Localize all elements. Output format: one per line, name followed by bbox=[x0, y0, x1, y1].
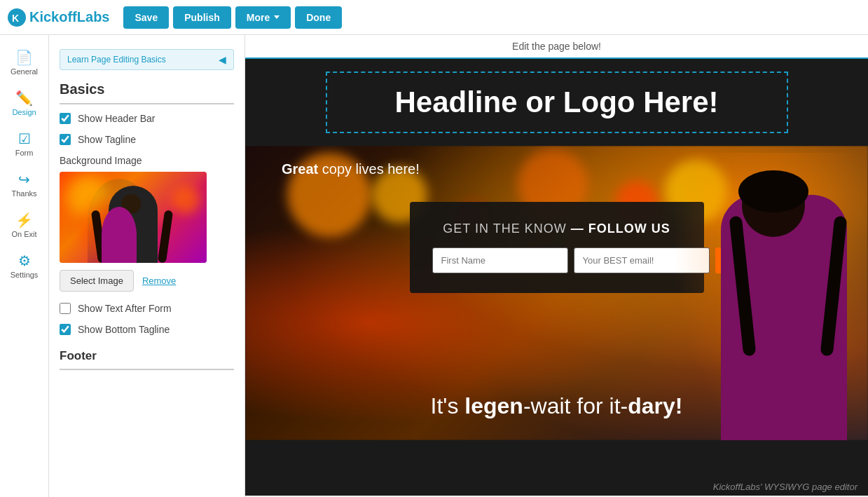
bottom-tagline-bold2: dary! bbox=[628, 393, 682, 418]
header-title[interactable]: Headline or Logo Here! bbox=[394, 86, 718, 118]
logo-text: KickoffLabs bbox=[29, 9, 109, 25]
basics-heading: Basics bbox=[60, 81, 234, 104]
sidebar-label-settings: Settings bbox=[11, 271, 39, 279]
form-title: GET IN THE KNOW — FOLLOW US bbox=[432, 222, 682, 236]
bottom-tagline: It's legen-wait for it-dary! bbox=[245, 393, 868, 419]
on-exit-icon: ⚡ bbox=[15, 212, 33, 229]
bottom-tagline-part2: -wait for it- bbox=[523, 393, 628, 418]
hero-copy-text: copy lives here! bbox=[322, 161, 420, 177]
background-image-section: Background Image Select Image Remove bbox=[60, 155, 234, 292]
checkbox-row-show-text-after-form: Show Text After Form bbox=[60, 303, 234, 314]
settings-icon: ⚙ bbox=[18, 252, 31, 269]
page-preview: Headline or Logo Here! Great copy liv bbox=[245, 59, 868, 496]
more-label: More bbox=[247, 12, 270, 23]
form-icon: ☑ bbox=[18, 130, 31, 147]
sidebar-label-design: Design bbox=[12, 108, 36, 116]
publish-button[interactable]: Publish bbox=[173, 6, 231, 29]
done-button[interactable]: Done bbox=[295, 6, 342, 29]
header-dashed-border: Headline or Logo Here! bbox=[326, 72, 788, 133]
show-text-after-form-checkbox[interactable] bbox=[60, 303, 71, 314]
more-button[interactable]: More bbox=[235, 6, 291, 29]
sidebar-item-thanks[interactable]: ↪ Thanks bbox=[0, 164, 48, 205]
footer-watermark: KickoffLabs' WYSIWYG page editor bbox=[713, 482, 857, 492]
hero-copy-strong: Great bbox=[282, 161, 318, 177]
page-header[interactable]: Headline or Logo Here! bbox=[245, 59, 868, 146]
sidebar-item-settings[interactable]: ⚙ Settings bbox=[0, 245, 48, 286]
form-title-bold: — FOLLOW US bbox=[571, 222, 670, 236]
form-fields: Sign up! bbox=[432, 247, 682, 273]
help-toggle-icon[interactable]: ◀ bbox=[219, 54, 226, 65]
sidebar-label-on-exit: On Exit bbox=[11, 230, 36, 238]
show-bottom-tagline-checkbox[interactable] bbox=[60, 324, 71, 335]
form-first-name-input[interactable] bbox=[432, 247, 568, 273]
checkbox-row-show-bottom-tagline: Show Bottom Tagline bbox=[60, 324, 234, 335]
show-header-bar-label[interactable]: Show Header Bar bbox=[78, 113, 156, 124]
select-image-button[interactable]: Select Image bbox=[60, 270, 134, 292]
bottom-tagline-bold1: legen bbox=[464, 393, 523, 418]
remove-image-button[interactable]: Remove bbox=[142, 275, 176, 286]
checkbox-row-show-header-bar: Show Header Bar bbox=[60, 113, 234, 124]
footer-heading: Footer bbox=[60, 349, 234, 370]
checkbox-row-show-tagline: Show Tagline bbox=[60, 134, 234, 145]
save-button[interactable]: Save bbox=[123, 6, 169, 29]
sidebar-icons: 📄 General ✏️ Design ☑ Form ↪ Thanks ⚡ On… bbox=[0, 35, 49, 497]
general-icon: 📄 bbox=[15, 49, 33, 66]
sidebar-item-form[interactable]: ☑ Form bbox=[0, 123, 48, 164]
chevron-down-icon bbox=[274, 15, 280, 19]
design-icon: ✏️ bbox=[15, 90, 33, 107]
sidebar-label-general: General bbox=[11, 67, 38, 76]
form-title-normal: GET IN THE KNOW bbox=[443, 222, 566, 236]
help-link[interactable]: Learn Page Editing Basics bbox=[67, 55, 166, 64]
hero-copy: Great copy lives here! bbox=[282, 161, 420, 177]
hero-section: Great copy lives here! GET IN THE KNOW —… bbox=[245, 146, 868, 440]
image-buttons: Select Image Remove bbox=[60, 270, 234, 292]
edit-hint: Edit the page below! bbox=[245, 35, 868, 59]
bottom-tagline-part1: It's bbox=[431, 393, 465, 418]
sidebar-item-on-exit[interactable]: ⚡ On Exit bbox=[0, 205, 48, 245]
top-bar: K KickoffLabs Save Publish More Done bbox=[0, 0, 868, 35]
main-layout: 📄 General ✏️ Design ☑ Form ↪ Thanks ⚡ On… bbox=[0, 35, 868, 497]
background-image-label: Background Image bbox=[60, 155, 234, 166]
show-header-bar-checkbox[interactable] bbox=[60, 113, 71, 124]
show-bottom-tagline-label[interactable]: Show Bottom Tagline bbox=[78, 324, 170, 335]
form-box: GET IN THE KNOW — FOLLOW US Sign up! bbox=[410, 202, 704, 293]
thanks-icon: ↪ bbox=[18, 171, 30, 188]
sidebar-label-form: Form bbox=[15, 149, 34, 157]
preview-area: Edit the page below! Headline or Logo He… bbox=[245, 35, 868, 497]
show-tagline-label[interactable]: Show Tagline bbox=[78, 134, 136, 145]
background-image-thumbnail bbox=[60, 172, 207, 263]
help-bar: Learn Page Editing Basics ◀ bbox=[60, 49, 234, 70]
panel: Learn Page Editing Basics ◀ Basics Show … bbox=[49, 35, 245, 497]
sidebar-item-design[interactable]: ✏️ Design bbox=[0, 83, 48, 123]
svg-text:K: K bbox=[12, 13, 19, 24]
show-tagline-checkbox[interactable] bbox=[60, 134, 71, 145]
logo: K KickoffLabs bbox=[7, 8, 109, 27]
sidebar-label-thanks: Thanks bbox=[11, 189, 36, 198]
sidebar-item-general[interactable]: 📄 General bbox=[0, 42, 48, 83]
show-text-after-form-label[interactable]: Show Text After Form bbox=[78, 303, 172, 314]
logo-icon: K bbox=[7, 8, 27, 27]
